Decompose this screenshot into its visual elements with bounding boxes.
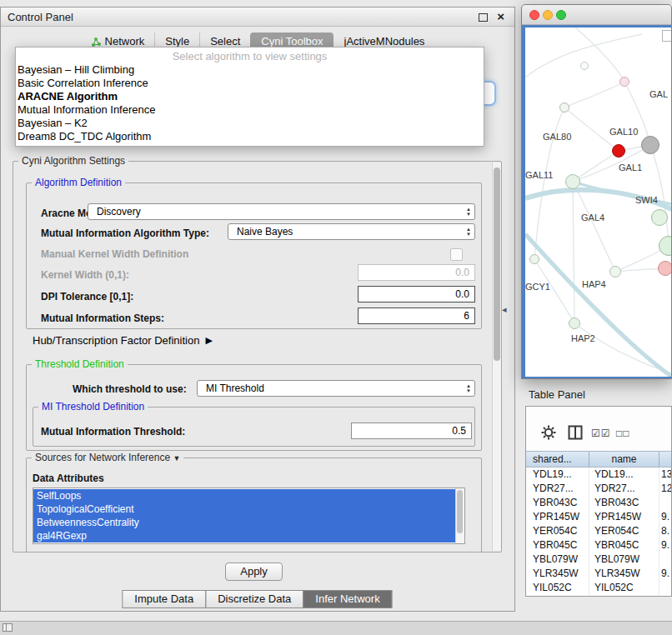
- tab-discretize-data[interactable]: Discretize Data: [205, 590, 303, 608]
- float-window-icon[interactable]: [479, 13, 488, 22]
- bottom-tab-bar: Impute Data Discretize Data Infer Networ…: [123, 590, 392, 608]
- gear-icon[interactable]: [541, 425, 556, 440]
- table-row[interactable]: YBR045CYBR045C9.: [526, 538, 671, 552]
- manual-kernel-label: Manual Kernel Width Definition: [41, 248, 188, 260]
- dpi-tolerance-input[interactable]: 0.0: [358, 286, 475, 302]
- network-node-label: GCY1: [525, 282, 550, 292]
- column-header-shared-name[interactable]: shared...: [526, 452, 589, 467]
- data-attribute-item[interactable]: gal4RGexp: [33, 529, 455, 542]
- mi-steps-input[interactable]: 6: [358, 308, 475, 324]
- mi-type-value: Naive Bayes: [237, 226, 293, 238]
- tab-select-label: Select: [210, 35, 240, 48]
- network-node[interactable]: [641, 136, 659, 154]
- stepper-icon: ▲▼: [466, 383, 471, 393]
- algorithm-option[interactable]: Bayesian – Hill Climbing: [16, 63, 484, 77]
- network-node-label: SWI4: [635, 195, 658, 205]
- table-cell: YBR043C: [589, 496, 659, 510]
- data-attributes-label: Data Attributes: [33, 472, 104, 484]
- minimize-traffic-light-icon[interactable]: [543, 10, 553, 20]
- columns-icon[interactable]: [568, 425, 583, 440]
- table-row[interactable]: YIL052CYIL052C: [526, 581, 671, 595]
- network-node[interactable]: [651, 209, 668, 226]
- tab-cyni-toolbox-label: Cyni Toolbox: [261, 35, 323, 48]
- network-node-label: GAL11: [525, 170, 553, 180]
- deselect-all-checkboxes-icon[interactable]: □□: [616, 428, 630, 439]
- tab-impute-data[interactable]: Impute Data: [122, 590, 206, 608]
- stepper-icon: ▲▼: [466, 227, 471, 237]
- network-node-label: GAL4: [581, 212, 604, 222]
- manual-kernel-checkbox[interactable]: [450, 248, 463, 261]
- settings-scrollbar-thumb[interactable]: [494, 168, 500, 361]
- control-panel-titlebar[interactable]: Control Panel ×: [1, 8, 514, 27]
- data-attribute-item[interactable]: TopologicalCoefficient: [33, 502, 455, 516]
- network-node[interactable]: [565, 174, 580, 189]
- tab-infer-network[interactable]: Infer Network: [303, 590, 392, 608]
- algorithm-option[interactable]: Dream8 DC_TDC Algorithm: [16, 130, 484, 143]
- table-cell: YDR27...: [589, 482, 659, 496]
- table-cell: YDL19...: [589, 468, 659, 482]
- network-node[interactable]: [619, 77, 629, 87]
- zoom-traffic-light-icon[interactable]: [556, 10, 566, 20]
- network-node[interactable]: [609, 266, 621, 278]
- sources-title-text: Sources for Network Inference: [35, 452, 170, 463]
- data-attribute-item[interactable]: SelfLoops: [33, 489, 455, 502]
- algorithm-option[interactable]: Basic Correlation Inference: [16, 77, 484, 90]
- column-header-name[interactable]: name: [589, 452, 659, 467]
- select-all-checkboxes-icon[interactable]: ☑☑: [591, 428, 611, 439]
- network-canvas[interactable]: GAL80GAL10GAL11GAL1SWI4GAL4GCY1HAP4HAP2G…: [525, 28, 672, 377]
- mi-threshold-input[interactable]: 0.5: [351, 422, 472, 439]
- table-panel-window: ☑☑ □□ shared... name YDL19...YDL19...13Y…: [525, 406, 672, 597]
- network-scroll-corner[interactable]: [662, 30, 672, 42]
- table-cell: 9.: [659, 510, 671, 524]
- network-node[interactable]: [569, 318, 580, 329]
- algorithm-option[interactable]: Bayesian – K2: [16, 117, 484, 130]
- settings-scrollbar[interactable]: [492, 162, 501, 551]
- chevron-right-icon: ▶: [205, 335, 212, 346]
- mi-type-select[interactable]: Naive Bayes ▲▼: [228, 223, 475, 240]
- attributes-scrollbar[interactable]: [455, 488, 464, 543]
- table-cell: YBR043C: [526, 496, 589, 510]
- table-cell: YBL079W: [526, 552, 589, 567]
- close-traffic-light-icon[interactable]: [529, 10, 539, 20]
- stepper-icon: ▲▼: [466, 207, 471, 217]
- algorithm-option-list: Bayesian – Hill ClimbingBasic Correlatio…: [16, 63, 484, 143]
- data-attributes-items: SelfLoopsTopologicalCoefficientBetweenne…: [33, 489, 455, 542]
- close-icon[interactable]: ×: [497, 9, 504, 24]
- algorithm-dropdown-popup: Select algorithm to view settings Bayesi…: [15, 47, 484, 147]
- control-panel-window: Control Panel × Network Style Select Cyn…: [0, 7, 515, 612]
- which-threshold-select[interactable]: MI Threshold ▲▼: [197, 380, 475, 397]
- network-node[interactable]: [529, 254, 539, 264]
- table-cell: 13: [659, 468, 671, 482]
- network-node[interactable]: [658, 261, 672, 276]
- network-node[interactable]: [612, 144, 625, 158]
- attributes-scrollbar-thumb[interactable]: [457, 490, 463, 533]
- table-cell: YER054C: [589, 524, 659, 538]
- kernel-width-label: Kernel Width (0,1):: [41, 269, 129, 281]
- table-cell: YBR045C: [589, 538, 659, 552]
- network-node[interactable]: [580, 62, 589, 70]
- kernel-width-input[interactable]: 0.0: [358, 264, 475, 281]
- table-row[interactable]: YBR043CYBR043C: [526, 496, 671, 510]
- column-header-partial[interactable]: [659, 452, 671, 467]
- table-row[interactable]: YDR27...YDR27...12: [526, 482, 671, 496]
- network-node-label: HAP4: [582, 279, 606, 289]
- sources-group-title[interactable]: Sources for Network Inference ▼: [32, 452, 183, 463]
- table-row[interactable]: YER054CYER054C8.: [526, 524, 671, 538]
- table-row[interactable]: YLR345WYLR345W9.: [526, 567, 671, 581]
- apply-button[interactable]: Apply: [225, 562, 283, 581]
- table-row[interactable]: YDL19...YDL19...13: [526, 468, 671, 482]
- dpi-tolerance-label: DPI Tolerance [0,1]:: [41, 291, 133, 302]
- aracne-mode-select[interactable]: Discovery ▲▼: [88, 203, 475, 220]
- algorithm-option[interactable]: Mutual Information Inference: [16, 103, 484, 117]
- hub-definition-expander[interactable]: Hub/Transcription Factor Definition ▶: [33, 334, 213, 347]
- table-row[interactable]: YBL079WYBL079W: [526, 552, 671, 567]
- network-window-titlebar[interactable]: [522, 5, 671, 25]
- algorithm-option[interactable]: ARACNE Algorithm: [16, 90, 484, 103]
- data-attribute-item[interactable]: BetweennessCentrality: [33, 516, 455, 529]
- data-attributes-list[interactable]: SelfLoopsTopologicalCoefficientBetweenne…: [33, 488, 465, 544]
- network-node[interactable]: [559, 102, 569, 112]
- table-row[interactable]: YPR145WYPR145W9.: [526, 510, 671, 524]
- aracne-mode-value: Discovery: [97, 206, 141, 218]
- panel-toggle-icon[interactable]: [3, 623, 13, 632]
- panel-collapse-handle[interactable]: ◂: [502, 304, 507, 315]
